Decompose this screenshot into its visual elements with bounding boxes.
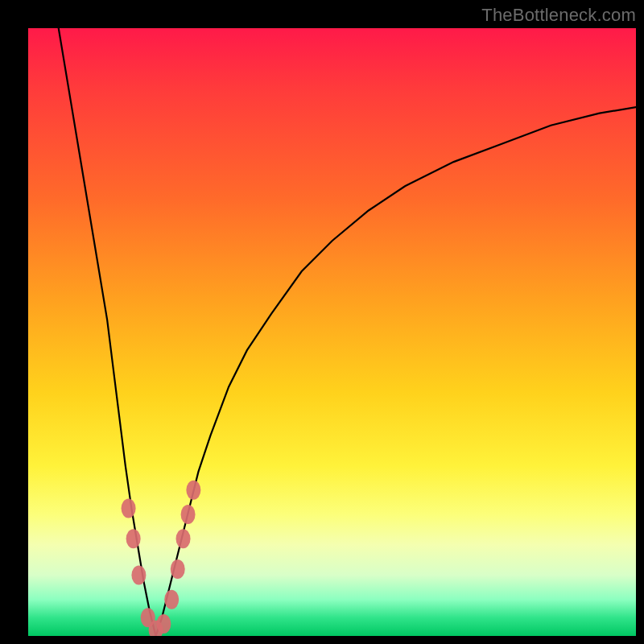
- marker-point: [126, 529, 141, 548]
- plot-area: [28, 28, 636, 636]
- marker-point: [186, 481, 200, 500]
- watermark-text: TheBottleneck.com: [481, 5, 636, 26]
- curve-left-branch: [59, 28, 156, 636]
- marker-point: [181, 505, 196, 524]
- marker-point: [164, 590, 179, 609]
- marker-point: [122, 498, 136, 518]
- marker-group: [122, 481, 201, 636]
- marker-point: [176, 529, 191, 548]
- marker-point: [131, 566, 146, 585]
- marker-point: [171, 559, 185, 579]
- curve-right-branch: [156, 107, 636, 636]
- plot-svg: [28, 28, 636, 636]
- chart-frame: TheBottleneck.com: [0, 0, 644, 644]
- marker-point: [156, 614, 171, 634]
